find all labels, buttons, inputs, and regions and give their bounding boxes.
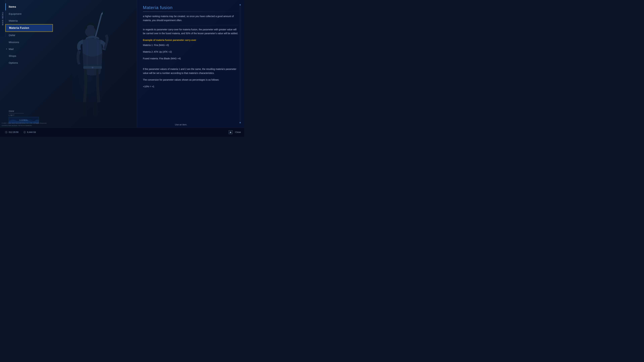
time-value: 012:29:59 — [9, 131, 18, 133]
copyright: © 2007, 2008, 2022 SQUARE ENIX CO., LTD.… — [2, 122, 47, 127]
scroll-dot-bottom — [240, 122, 241, 123]
example-line-3: Fused materia: Fira Blade (MAG +4) — [143, 57, 238, 61]
example-header: Example of materia fusion parameter carr… — [143, 38, 238, 42]
nav-item-items[interactable]: Items — [5, 3, 53, 10]
main-menu-label: Main Menu — [2, 12, 4, 25]
main-menu-tab: Main Menu — [0, 0, 5, 37]
coin-icon: ◎ — [24, 131, 26, 133]
panel-divider — [143, 11, 238, 12]
nav-item-materia-fusion[interactable]: Materia Fusion — [5, 24, 53, 32]
time-stat: ◷ 012:29:59 — [5, 131, 18, 133]
panel-title: Materia fusion — [143, 5, 238, 10]
limit-label: LIMIT — [9, 114, 50, 116]
scroll-dot-top — [240, 4, 241, 5]
svg-marker-2 — [101, 12, 103, 14]
use-hint: Use an item. — [175, 123, 187, 126]
paragraph-4: The conversion for parameter values show… — [143, 78, 238, 82]
character-area — [53, 0, 137, 127]
nav-item-shops[interactable]: Shops — [5, 52, 53, 59]
scroll-line — [240, 5, 240, 122]
copyright-line2: CHARACTER DESIGN: TETSUYA NOMURA — [2, 124, 47, 127]
close-label: : Close — [234, 131, 241, 133]
nav-item-dmw[interactable]: DMW — [5, 32, 53, 39]
dmw-bar — [9, 113, 24, 113]
nav-item-missions[interactable]: Missions — [5, 39, 53, 45]
paragraph-3: If the parameter values of materia 1 and… — [143, 67, 238, 75]
example-line-2: Materia 2: ATK Up (ATK +2) — [143, 50, 238, 54]
nav-item-mail[interactable]: Mail — [5, 45, 53, 52]
panel-content: a higher-ranking materia may be created,… — [143, 14, 238, 88]
bottom-bar: ◷ 012:29:59 ◎ 9,444 Gil ▣ : Close — [0, 127, 244, 137]
dmw-normal-text: NORMAL — [19, 119, 28, 121]
bottom-stats: ◷ 012:29:59 ◎ 9,444 Gil — [5, 131, 36, 133]
paragraph-2: In regards to parameter carry-over for m… — [143, 28, 238, 36]
nav-item-options[interactable]: Options — [5, 59, 53, 66]
svg-point-7 — [92, 67, 94, 68]
dmw-label: DMW — [5, 110, 53, 112]
nav-item-materia[interactable]: Materia — [5, 17, 53, 24]
nav-menu: Items Equipment Materia Materia Fusion D… — [5, 0, 53, 66]
gil-stat: ◎ 9,444 Gil — [24, 131, 36, 133]
right-panel: Materia fusion a higher-ranking materia … — [137, 0, 244, 137]
gil-value: 9,444 Gil — [27, 131, 36, 133]
paragraph-5: +10% = +1 — [143, 85, 238, 89]
clock-icon: ◷ — [5, 131, 8, 133]
character-silhouette — [58, 10, 122, 127]
copyright-line1: © 2007, 2008, 2022 SQUARE ENIX CO., LTD.… — [2, 122, 47, 124]
close-hint: ▣ : Close — [229, 130, 241, 134]
example-line-1: Materia 1: Fira (MAG +3) — [143, 43, 238, 47]
nav-item-equipment[interactable]: Equipment — [5, 10, 53, 17]
close-button-icon[interactable]: ▣ — [229, 130, 232, 134]
dmw-section: DMW LIMIT NORMAL — [5, 110, 53, 123]
dmw-bar-container: LIMIT NORMAL — [5, 113, 53, 123]
paragraph-1: a higher-ranking materia may be created,… — [143, 14, 238, 22]
